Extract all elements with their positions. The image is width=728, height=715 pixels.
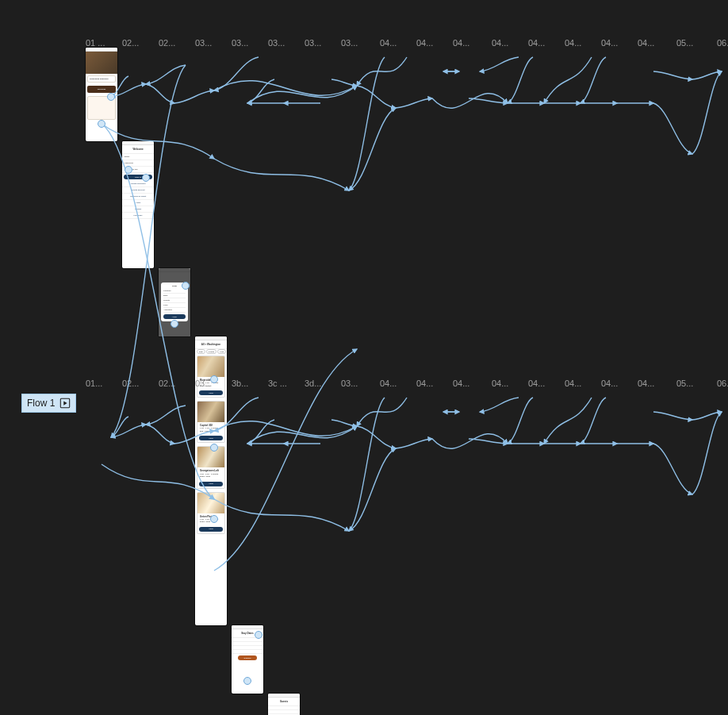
artboard[interactable]: GuestsDone xyxy=(268,694,300,715)
prototype-hotspot[interactable] xyxy=(182,282,190,290)
login-link[interactable]: Facebook xyxy=(122,213,154,219)
hero-title: Transform Intention xyxy=(90,78,113,80)
artboard-label[interactable]: 04... xyxy=(492,38,523,48)
artboard-label[interactable]: 04... xyxy=(453,379,485,388)
artboard[interactable]: WelcomeEmailPasswordRemember meSign InFo… xyxy=(122,141,154,268)
login-link[interactable]: Continue as guest xyxy=(122,194,154,200)
artboard[interactable]: Stay DatesConfirm xyxy=(232,625,263,694)
artboard-label[interactable]: 04... xyxy=(638,379,669,388)
prototype-hotspot[interactable] xyxy=(107,93,115,101)
listing-image xyxy=(197,356,224,377)
listing-price: $210 / night xyxy=(200,475,222,479)
artboard-label[interactable]: 04... xyxy=(638,38,669,48)
artboard[interactable]: Transform IntentionLifewords xyxy=(86,48,117,141)
prototype-hotspot[interactable] xyxy=(255,631,262,639)
promo-band[interactable]: Lifewords xyxy=(87,86,116,93)
filter-chip[interactable]: Date xyxy=(197,349,205,354)
listing-view-button[interactable]: View xyxy=(199,436,223,440)
list-header: All > Washington xyxy=(195,340,227,349)
sheet-row[interactable] xyxy=(232,650,263,654)
filter-apply-button[interactable]: Apply xyxy=(163,314,186,319)
flow-start-label[interactable]: Flow 1 xyxy=(21,394,76,413)
prototype-hotspot[interactable] xyxy=(171,320,178,328)
filter-chip[interactable]: Guests xyxy=(206,349,216,354)
listing-card[interactable]: Georgetown Loft3 bd · 2 ba · 6 guests$21… xyxy=(197,446,225,488)
artboard-label[interactable]: 04... xyxy=(453,38,485,48)
artboard-label[interactable]: 04... xyxy=(380,38,412,48)
artboard-label[interactable]: 05... xyxy=(676,38,708,48)
listing-title: Georgetown Loft xyxy=(200,469,222,472)
prototype-hotspot[interactable] xyxy=(142,174,150,182)
flow-play-icon xyxy=(59,398,71,409)
artboard-label[interactable]: 04... xyxy=(601,38,633,48)
hero-image xyxy=(86,52,117,74)
prototype-hotspot[interactable] xyxy=(210,515,218,523)
listing-image xyxy=(197,402,224,422)
artboard-label[interactable]: 3b... xyxy=(232,379,263,388)
artboard-label[interactable]: 02... xyxy=(159,38,190,48)
login-link[interactable]: Google xyxy=(122,206,154,213)
artboard-label[interactable]: 03... xyxy=(268,38,300,48)
listing-view-button[interactable]: View xyxy=(199,390,223,395)
artboard-label[interactable]: 02... xyxy=(122,379,154,388)
artboard-label[interactable]: 03... xyxy=(195,38,227,48)
chip-row: DateGuestsPrice xyxy=(195,349,227,354)
artboard-label[interactable]: 04... xyxy=(565,379,596,388)
artboard-label[interactable]: 03... xyxy=(341,379,373,388)
sheet-title: Guests xyxy=(268,698,300,706)
artboard-label[interactable]: 06... xyxy=(717,379,728,388)
artboard-label[interactable]: 02... xyxy=(122,38,154,48)
listing-image xyxy=(197,493,224,513)
listing-view-button[interactable]: View xyxy=(199,482,223,486)
artboard-label[interactable]: 04... xyxy=(601,379,633,388)
sheet-primary-button[interactable]: Confirm xyxy=(238,655,257,660)
artboard-label[interactable]: 04... xyxy=(380,379,412,388)
filter-chip[interactable]: Price xyxy=(217,349,226,354)
prototype-hotspot[interactable] xyxy=(125,166,132,174)
artboard-label[interactable]: 03... xyxy=(305,38,336,48)
listing-card[interactable]: Union Flat1 bd · 1 ba · 3 guests$115 / n… xyxy=(197,492,225,534)
artboard-label[interactable]: 02... xyxy=(159,379,190,388)
hero-card: Transform Intention xyxy=(87,75,116,83)
artboard[interactable]: FilterLocationDateGuestsPriceAmenitiesAp… xyxy=(159,268,190,336)
login-header: Welcome xyxy=(122,145,154,154)
artboard-label[interactable]: 04... xyxy=(528,38,560,48)
prototype-canvas[interactable]: Flow 1 01 ...Transform IntentionLifeword… xyxy=(0,0,728,715)
prototype-hotspot[interactable] xyxy=(210,444,218,452)
artboard-label[interactable]: 3c ... xyxy=(268,379,300,388)
listing-card[interactable]: Capitol 3021 bd · 1 ba · 2 guests$98 / n… xyxy=(197,401,225,443)
artboard-label[interactable]: 3d... xyxy=(305,379,336,388)
listing-price: $98 / night xyxy=(200,430,222,433)
login-link[interactable]: Create account xyxy=(122,187,154,194)
artboard-label[interactable]: 01 ... xyxy=(86,38,117,48)
flow-name-text: Flow 1 xyxy=(27,398,55,409)
artboard-label[interactable]: 05... xyxy=(676,379,708,388)
artboard-label[interactable]: 04... xyxy=(492,379,523,388)
prototype-hotspot[interactable] xyxy=(98,120,105,128)
promo-text: Lifewords xyxy=(90,88,113,90)
prototype-hotspot[interactable] xyxy=(243,677,251,685)
prototype-hotspot[interactable] xyxy=(210,375,218,383)
artboard-label[interactable]: 04... xyxy=(528,379,560,388)
artboard-label[interactable]: 03... xyxy=(232,38,263,48)
login-field[interactable]: Email xyxy=(122,154,154,160)
artboard-label[interactable]: 04... xyxy=(565,38,596,48)
filter-row[interactable]: Amenities xyxy=(163,308,186,313)
artboard-label[interactable]: 03... xyxy=(341,38,373,48)
artboard-label[interactable]: 04... xyxy=(416,38,448,48)
listing-view-button[interactable]: View xyxy=(199,527,223,532)
login-link[interactable]: Forgot password xyxy=(122,181,154,187)
login-link[interactable]: Apple xyxy=(122,200,154,206)
artboard-label[interactable]: 06... xyxy=(717,38,728,48)
artboard-label[interactable]: 01... xyxy=(86,379,117,388)
artboard-label[interactable]: 04... xyxy=(416,379,448,388)
